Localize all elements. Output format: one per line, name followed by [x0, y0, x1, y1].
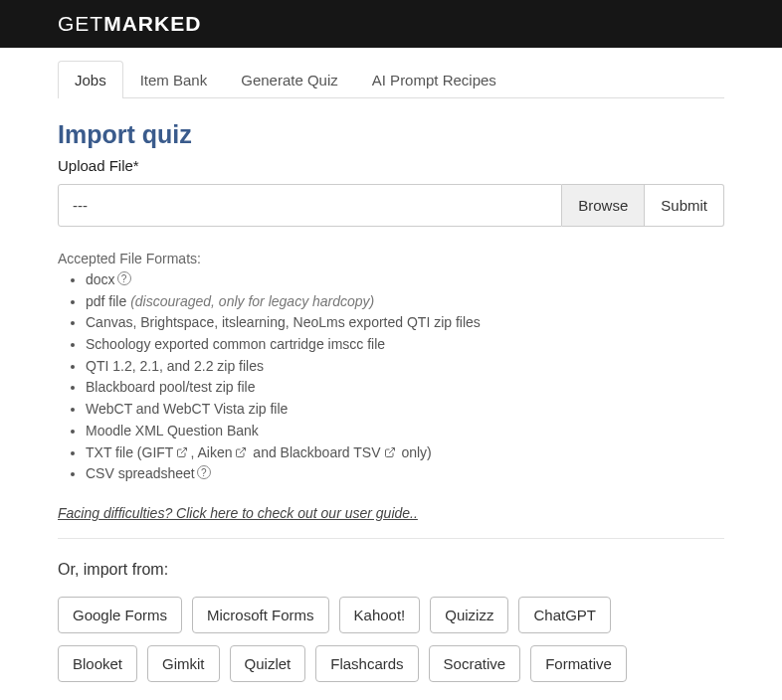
- provider-quizlet[interactable]: Quizlet: [230, 645, 306, 682]
- tab-item-bank[interactable]: Item Bank: [123, 61, 225, 98]
- format-webct: WebCT and WebCT Vista zip file: [86, 399, 724, 421]
- file-upload-row: --- Browse Submit: [58, 184, 724, 227]
- provider-formative[interactable]: Formative: [530, 645, 627, 682]
- provider-socrative[interactable]: Socrative: [429, 645, 521, 682]
- format-moodle: Moodle XML Question Bank: [86, 421, 724, 442]
- tab-generate-quiz[interactable]: Generate Quiz: [224, 61, 355, 98]
- submit-button[interactable]: Submit: [645, 184, 724, 227]
- provider-kahoot[interactable]: Kahoot!: [339, 597, 421, 633]
- brand-text-get: GET: [58, 12, 103, 36]
- tab-bar: Jobs Item Bank Generate Quiz AI Prompt R…: [58, 60, 724, 98]
- tab-jobs[interactable]: Jobs: [58, 61, 123, 98]
- provider-buttons: Google Forms Microsoft Forms Kahoot! Qui…: [58, 597, 724, 682]
- help-icon[interactable]: ?: [117, 271, 131, 285]
- provider-blooket[interactable]: Blooket: [58, 645, 137, 682]
- file-path-display: ---: [58, 184, 562, 227]
- format-schoology: Schoology exported common cartridge imsc…: [86, 334, 724, 356]
- external-link-icon[interactable]: [235, 443, 247, 455]
- brand-text-marked: MARKED: [103, 12, 201, 36]
- provider-quizizz[interactable]: Quizizz: [430, 597, 508, 633]
- provider-flashcards[interactable]: Flashcards: [315, 645, 418, 682]
- format-qti-export: Canvas, Brightspace, itslearning, NeoLms…: [86, 312, 724, 334]
- app-header: GETMARKED: [0, 0, 782, 48]
- format-qti-zip: QTI 1.2, 2.1, and 2.2 zip files: [86, 356, 724, 378]
- external-link-icon[interactable]: [176, 443, 188, 455]
- upload-file-label: Upload File*: [58, 157, 724, 174]
- format-docx: docx?: [86, 269, 724, 291]
- accepted-formats-list: docx? pdf file (discouraged, only for le…: [86, 269, 724, 485]
- external-link-icon[interactable]: [384, 443, 396, 455]
- section-divider: [58, 538, 724, 539]
- browse-button[interactable]: Browse: [562, 184, 645, 227]
- brand-logo[interactable]: GETMARKED: [58, 12, 201, 36]
- tab-ai-prompt-recipes[interactable]: AI Prompt Recipes: [355, 61, 513, 98]
- page-title: Import quiz: [58, 120, 724, 149]
- provider-google-forms[interactable]: Google Forms: [58, 597, 182, 633]
- provider-chatgpt[interactable]: ChatGPT: [518, 597, 611, 633]
- provider-gimkit[interactable]: Gimkit: [147, 645, 220, 682]
- format-txt: TXT file (GIFT, Aiken and Blackboard TSV…: [86, 442, 724, 464]
- accepted-formats-label: Accepted File Formats:: [58, 251, 724, 266]
- format-blackboard: Blackboard pool/test zip file: [86, 377, 724, 399]
- format-pdf: pdf file (discouraged, only for legacy h…: [86, 291, 724, 313]
- help-icon[interactable]: ?: [197, 465, 211, 479]
- provider-microsoft-forms[interactable]: Microsoft Forms: [192, 597, 329, 633]
- user-guide-link[interactable]: Facing difficulties? Click here to check…: [58, 505, 418, 521]
- import-from-label: Or, import from:: [58, 561, 724, 579]
- format-csv: CSV spreadsheet?: [86, 463, 724, 485]
